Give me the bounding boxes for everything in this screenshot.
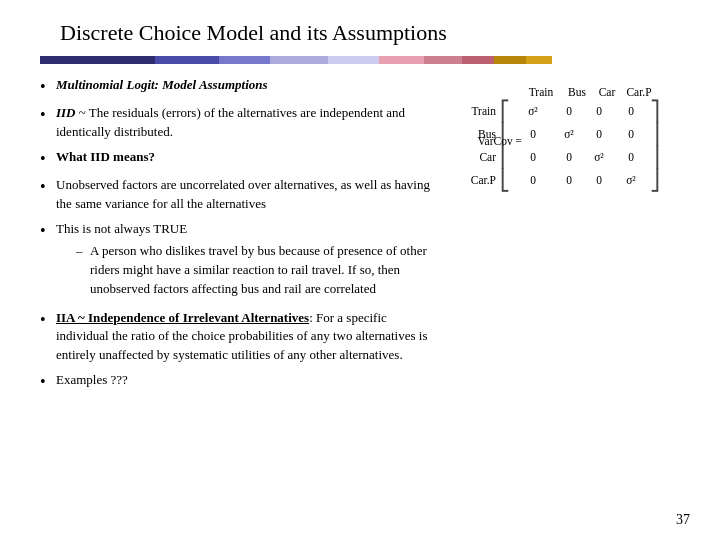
cell-3-2: 0 (554, 151, 584, 163)
iia-label: IIA ~ Independence of Irrelevant Alterna… (56, 310, 309, 325)
cell-3-4: 0 (614, 151, 648, 163)
right-bracket-2: ⎥ (650, 124, 660, 144)
cell-1-4: 0 (614, 105, 648, 117)
matrix-cells-row4: 0 0 0 σ² (512, 174, 648, 186)
cell-2-4: 0 (614, 128, 648, 140)
bullet-symbol-7: • (40, 371, 56, 393)
right-column: Train Bus Car Car.P Train ⎡ σ² 0 0 0 ⎤ (440, 76, 680, 399)
bullet-item-4: • Unobserved factors are uncorrelated ov… (40, 176, 430, 214)
bullet-item-5: • This is not always TRUE – A person who… (40, 220, 430, 302)
cell-1-3: 0 (584, 105, 614, 117)
color-seg-7 (424, 56, 462, 64)
right-bracket-3: ⎥ (650, 147, 660, 167)
col-header-carp: Car.P (622, 86, 656, 98)
color-seg-6 (379, 56, 424, 64)
cell-1-1: σ² (512, 105, 554, 117)
bullet-symbol-5: • (40, 220, 56, 242)
bullet-text-7: Examples ??? (56, 371, 430, 390)
left-column: • Multinomial Logit: Model Assumptions •… (40, 76, 440, 399)
color-seg-2 (155, 56, 219, 64)
matrix-cells-row1: σ² 0 0 0 (512, 105, 648, 117)
color-seg-9 (494, 56, 526, 64)
multinomial-label: Multinomial Logit: Model Assumptions (56, 77, 268, 92)
bullet-item-1: • Multinomial Logit: Model Assumptions (40, 76, 430, 98)
bullet-text-6: IIA ~ Independence of Irrelevant Alterna… (56, 309, 430, 366)
varcov-label: VarCov = (478, 135, 523, 147)
sub-bullet-1: – A person who dislikes travel by bus be… (76, 242, 430, 299)
bullet-item-6: • IIA ~ Independence of Irrelevant Alter… (40, 309, 430, 366)
col-header-car: Car (592, 86, 622, 98)
cell-2-2: σ² (554, 128, 584, 140)
color-seg-10 (526, 56, 552, 64)
col-header-train: Train (520, 86, 562, 98)
sub-dash-1: – (76, 242, 90, 261)
cell-4-2: 0 (554, 174, 584, 186)
slide-title: Discrete Choice Model and its Assumption… (60, 20, 680, 46)
matrix-cells-row2: 0 σ² 0 0 (512, 128, 648, 140)
cell-4-3: 0 (584, 174, 614, 186)
color-seg-8 (462, 56, 494, 64)
examples-label: Examples ??? (56, 372, 128, 387)
content-area: • Multinomial Logit: Model Assumptions •… (40, 76, 680, 399)
col-header-bus: Bus (562, 86, 592, 98)
bullet-symbol-1: • (40, 76, 56, 98)
not-always-true-label: This is not always TRUE (56, 221, 187, 236)
bullet-symbol-4: • (40, 176, 56, 198)
bullet-symbol-3: • (40, 148, 56, 170)
bullet-text-5: This is not always TRUE – A person who d… (56, 220, 430, 302)
bullet-text-4: Unobserved factors are uncorrelated over… (56, 176, 430, 214)
cell-1-2: 0 (554, 105, 584, 117)
iid-label: IID (56, 105, 76, 120)
bullet-text-3: What IID means? (56, 148, 430, 167)
cell-4-4: σ² (614, 174, 648, 186)
bullet-item-7: • Examples ??? (40, 371, 430, 393)
left-bracket-3: ⎢ (500, 147, 510, 167)
color-bar (40, 56, 680, 64)
bullet-text-2: IID ~ The residuals (errors) of the alte… (56, 104, 430, 142)
matrix-row-varcov: Car ⎢ 0 0 σ² 0 ⎥ (460, 147, 660, 167)
right-bracket: ⎤ (650, 101, 660, 121)
color-seg-4 (270, 56, 328, 64)
color-seg-3 (219, 56, 270, 64)
color-seg-5 (328, 56, 379, 64)
iid-description: ~ The residuals (errors) of the alternat… (56, 105, 405, 139)
cell-2-3: 0 (584, 128, 614, 140)
cell-3-3: σ² (584, 151, 614, 163)
bullet-item-3: • What IID means? (40, 148, 430, 170)
matrix-cells-row3: 0 0 σ² 0 (512, 151, 648, 163)
row-header-car: Car (460, 151, 496, 163)
cell-4-1: 0 (512, 174, 554, 186)
what-iid-means-label: What IID means? (56, 149, 155, 164)
matrix-row-4: Car.P ⎣ 0 0 0 σ² ⎦ (460, 170, 660, 190)
sub-bullet-text-1: A person who dislikes travel by bus beca… (90, 242, 430, 299)
matrix-row-1: Train ⎡ σ² 0 0 0 ⎤ (460, 101, 660, 121)
row-header-train: Train (460, 105, 496, 117)
bullet-symbol-2: • (40, 104, 56, 126)
cell-3-1: 0 (512, 151, 554, 163)
matrix-header-row: Train Bus Car Car.P (520, 86, 660, 98)
row-header-carp: Car.P (460, 174, 496, 186)
color-seg-1 (40, 56, 155, 64)
bullet-item-2: • IID ~ The residuals (errors) of the al… (40, 104, 430, 142)
bullet-symbol-6: • (40, 309, 56, 331)
left-bracket-4: ⎣ (500, 170, 510, 190)
left-bracket: ⎡ (500, 101, 510, 121)
bullet-text-1: Multinomial Logit: Model Assumptions (56, 76, 430, 95)
right-bracket-4: ⎦ (650, 170, 660, 190)
slide: Discrete Choice Model and its Assumption… (0, 0, 720, 540)
page-number: 37 (676, 512, 690, 528)
